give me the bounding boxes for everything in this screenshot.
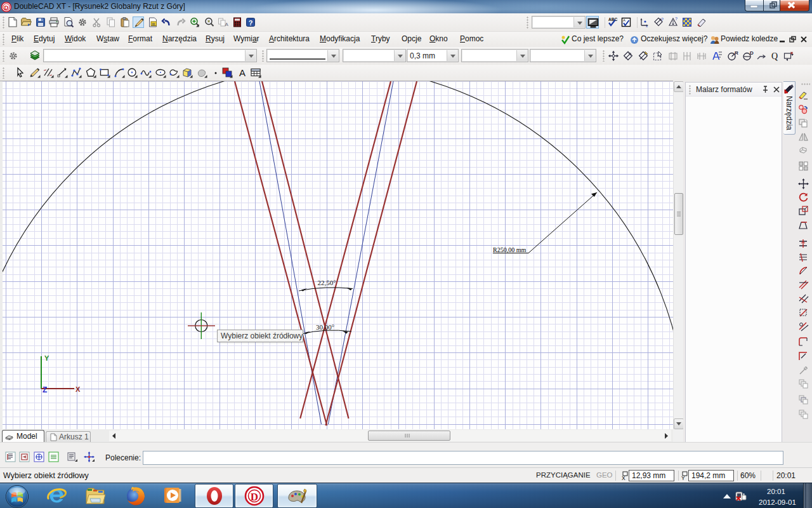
svg-text:A: A [239,67,246,78]
svg-text:Y: Y [44,354,49,362]
svg-text:D: D [4,4,9,11]
svg-text:R250,00 mm: R250,00 mm [493,246,526,253]
svg-text:X: X [75,385,81,393]
svg-text:Y: Y [681,475,685,481]
svg-text:Q: Q [771,51,778,61]
svg-text:X: X [622,475,625,481]
svg-text:D: D [251,491,258,503]
svg-text:?: ? [661,17,664,22]
svg-text:D: D [750,50,754,56]
svg-text:A: A [225,22,228,27]
svg-text:?: ? [675,17,678,21]
svg-text:30,00°: 30,00° [316,323,334,331]
svg-text:R: R [735,50,738,56]
svg-text:A: A [623,18,625,22]
svg-text:22,50°: 22,50° [317,279,336,286]
svg-text:ABC: ABC [608,17,617,22]
svg-text:x: x [646,24,648,28]
svg-text:Z: Z [43,385,47,394]
svg-text:?: ? [249,19,253,27]
